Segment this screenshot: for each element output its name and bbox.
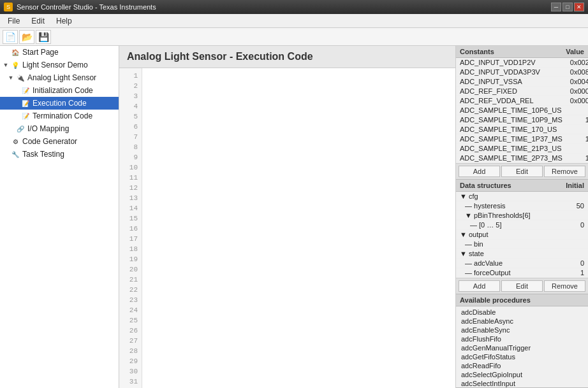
table-row[interactable]: ▼ pBinThresholds[6]	[456, 211, 588, 220]
line-number: 8	[119, 142, 142, 152]
new-button[interactable]: 📄	[3, 30, 18, 44]
open-button[interactable]: 📂	[19, 30, 34, 44]
code-content[interactable]	[142, 68, 455, 388]
constant-name: ADC_SAMPLE_TIME_10P6_US	[456, 106, 566, 115]
table-row[interactable]: ADC_SAMPLE_TIME_10P9_MS15	[456, 115, 588, 125]
list-item[interactable]: adcSelectGpioInput	[456, 370, 588, 379]
constants-add-button[interactable]: Add	[459, 166, 500, 177]
data-structures-scroll[interactable]: ▼ cfg— hysteresis50▼ pBinThresholds[6]— …	[456, 192, 588, 278]
sidebar-item-initialization-code[interactable]: 📝 Initialization Code	[0, 84, 119, 97]
app-icon: S	[4, 3, 13, 11]
constants-table: ADC_INPUT_VDD1P2V0x0020ADC_INPUT_VDDA3P3…	[456, 58, 588, 163]
sidebar-item-light-sensor-demo[interactable]: ▼ 💡 Light Sensor Demo	[0, 59, 119, 71]
sidebar-item-task-testing[interactable]: 🔧 Task Testing	[0, 148, 119, 161]
ds-remove-button[interactable]: Remove	[544, 280, 585, 292]
sidebar-label-execution-code: Execution Code	[33, 99, 87, 108]
table-row[interactable]: ADC_SAMPLE_TIME_21P3_US6	[456, 144, 588, 154]
sidebar-item-execution-code[interactable]: 📝 Execution Code	[0, 97, 119, 110]
list-item[interactable]: adcSelectIntInput	[456, 379, 588, 387]
table-row[interactable]: ADC_REF_VDDA_REL0x0008	[456, 96, 588, 106]
table-row[interactable]: ▼ state	[456, 249, 588, 259]
constants-edit-button[interactable]: Edit	[501, 166, 543, 177]
light-sensor-demo-icon: 💡	[10, 60, 20, 70]
constant-name: ADC_REF_FIXED	[456, 87, 566, 96]
table-row[interactable]: — [0 … 5]0	[456, 220, 588, 230]
table-row[interactable]: ADC_INPUT_VDD1P2V0x0020	[456, 58, 588, 68]
sidebar-item-termination-code[interactable]: 📝 Termination Code	[0, 110, 119, 122]
code-editor[interactable]: 1234567891011121314151617181920212223242…	[119, 68, 455, 388]
table-row[interactable]: ADC_SAMPLE_TIME_1P37_MS12	[456, 134, 588, 144]
list-item[interactable]: adcEnableSync	[456, 326, 588, 334]
ds-label: ▼ cfg	[456, 192, 566, 201]
list-item[interactable]: adcGetFifoStatus	[456, 352, 588, 361]
line-number: 25	[119, 315, 142, 326]
table-row[interactable]: ▼ cfg	[456, 192, 588, 201]
sidebar-item-analog-light-sensor[interactable]: ▼ 🔌 Analog Light Sensor	[0, 71, 119, 84]
line-number: 15	[119, 213, 142, 224]
line-number: 16	[119, 224, 142, 234]
table-row[interactable]: ADC_REF_FIXED0x0000	[456, 87, 588, 96]
sidebar-item-code-generator[interactable]: ⚙ Code Generator	[0, 135, 119, 148]
constants-remove-button[interactable]: Remove	[544, 166, 585, 177]
sidebar-label-termination-code: Termination Code	[33, 111, 92, 120]
list-item[interactable]: adcFlushFifo	[456, 334, 588, 343]
table-row[interactable]: — hysteresis50	[456, 201, 588, 211]
sidebar-item-start-page[interactable]: 🏠 Start Page	[0, 46, 119, 59]
table-row[interactable]: ADC_INPUT_VDDA3P3V0x0080	[456, 68, 588, 77]
constant-name: ADC_INPUT_VSSA	[456, 77, 566, 87]
io-mapping-icon: 🔗	[15, 124, 26, 134]
ds-add-button[interactable]: Add	[459, 280, 500, 292]
line-number: 17	[119, 234, 142, 244]
table-row[interactable]: ADC_SAMPLE_TIME_170_US9	[456, 125, 588, 134]
menu-file[interactable]: File	[3, 15, 25, 27]
ds-edit-button[interactable]: Edit	[501, 280, 543, 292]
table-row[interactable]: — adcValue0	[456, 259, 588, 268]
table-row[interactable]: — bin	[456, 240, 588, 249]
line-number: 10	[119, 162, 142, 173]
title-bar: S Sensor Controller Studio - Texas Instr…	[0, 0, 588, 14]
sidebar-item-io-mapping[interactable]: 🔗 I/O Mapping	[0, 122, 119, 135]
list-item[interactable]: adcReadFifo	[456, 361, 588, 370]
list-item[interactable]: adcGenManualTrigger	[456, 343, 588, 352]
procedures-list[interactable]: adcDisableadcEnableAsyncadcEnableSyncadc…	[456, 306, 588, 387]
table-row[interactable]: — forceOutput1	[456, 268, 588, 278]
sidebar-label-task-testing: Task Testing	[22, 150, 64, 159]
line-numbers: 1234567891011121314151617181920212223242…	[119, 68, 142, 388]
ds-value: 0	[566, 220, 588, 230]
menu-bar: File Edit Help	[0, 14, 588, 28]
list-item[interactable]: adcEnableAsync	[456, 317, 588, 326]
line-number: 3	[119, 91, 142, 101]
table-row[interactable]: ▼ output	[456, 230, 588, 240]
table-row[interactable]: ADC_SAMPLE_TIME_2P73_MS13	[456, 154, 588, 163]
constant-value: 12	[566, 134, 588, 144]
start-page-icon: 🏠	[10, 47, 20, 57]
constant-value: 0x0040	[566, 77, 588, 87]
constant-name: ADC_SAMPLE_TIME_170_US	[456, 125, 566, 134]
constant-value: 9	[566, 125, 588, 134]
table-row[interactable]: ADC_INPUT_VSSA0x0040	[456, 77, 588, 87]
maximize-button[interactable]: □	[562, 3, 573, 11]
table-row[interactable]: ADC_SAMPLE_TIME_10P6_US5	[456, 106, 588, 115]
ds-value: 50	[566, 201, 588, 211]
line-number: 30	[119, 366, 142, 377]
sidebar: 🏠 Start Page ▼ 💡 Light Sensor Demo ▼ 🔌 A…	[0, 46, 119, 388]
line-number: 29	[119, 356, 142, 366]
line-number: 26	[119, 326, 142, 336]
menu-help[interactable]: Help	[51, 15, 77, 27]
main-layout: 🏠 Start Page ▼ 💡 Light Sensor Demo ▼ 🔌 A…	[0, 46, 588, 388]
ds-value	[566, 249, 588, 259]
sidebar-label-analog-light-sensor: Analog Light Sensor	[27, 73, 96, 82]
close-button[interactable]: ✕	[574, 3, 584, 11]
constants-scroll[interactable]: ADC_INPUT_VDD1P2V0x0020ADC_INPUT_VDDA3P3…	[456, 58, 588, 163]
constant-name: ADC_SAMPLE_TIME_2P73_MS	[456, 154, 566, 163]
sidebar-label-code-generator: Code Generator	[22, 137, 77, 146]
menu-edit[interactable]: Edit	[26, 15, 50, 27]
save-button[interactable]: 💾	[36, 30, 51, 44]
line-number: 4	[119, 101, 142, 111]
minimize-button[interactable]: ─	[551, 3, 561, 11]
constant-name: ADC_INPUT_VDDA3P3V	[456, 68, 566, 77]
list-item[interactable]: adcDisable	[456, 308, 588, 317]
constant-name: ADC_SAMPLE_TIME_10P9_MS	[456, 115, 566, 125]
ds-value	[566, 211, 588, 220]
ds-value	[566, 240, 588, 249]
